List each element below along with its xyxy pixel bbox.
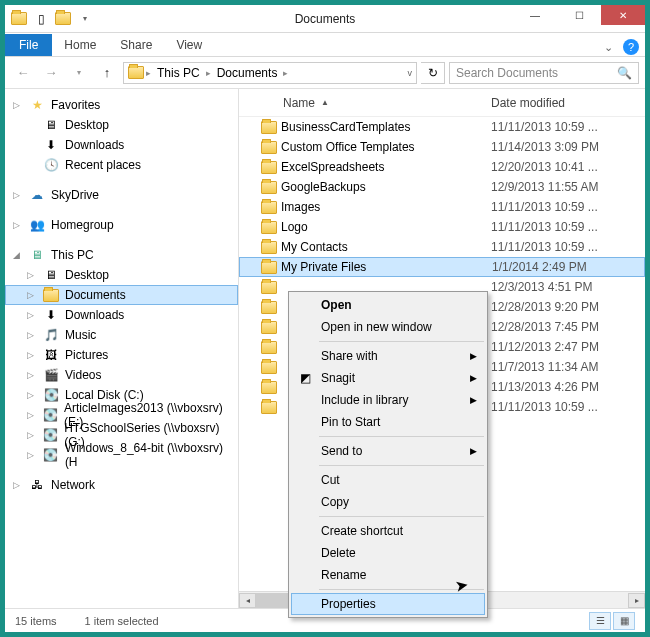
column-date[interactable]: Date modified <box>485 96 645 110</box>
qat-dropdown-icon[interactable]: ▾ <box>75 9 95 29</box>
view-details-button[interactable]: ☰ <box>589 612 611 630</box>
nav-desktop[interactable]: 🖥Desktop <box>5 115 238 135</box>
maximize-button[interactable]: ☐ <box>557 5 601 25</box>
crumb-documents[interactable]: Documents <box>213 66 282 80</box>
qat-properties-icon[interactable]: ▯ <box>31 9 51 29</box>
file-date: 11/13/2013 4:26 PM <box>485 380 645 394</box>
folder-app-icon <box>9 9 29 29</box>
netdrive-icon: 💽 <box>43 427 59 443</box>
nav-pc-hdrive[interactable]: ▷💽Windows_8_64-bit (\\vboxsrv) (H <box>5 445 238 465</box>
nav-pc-pictures[interactable]: ▷🖼Pictures <box>5 345 238 365</box>
folder-icon <box>261 381 277 394</box>
cm-pin-start[interactable]: Pin to Start <box>291 411 485 433</box>
crumb-thispc[interactable]: This PC <box>153 66 204 80</box>
nav-pc-documents[interactable]: ▷Documents <box>5 285 238 305</box>
desktop-icon: 🖥 <box>43 267 59 283</box>
cm-create-shortcut[interactable]: Create shortcut <box>291 520 485 542</box>
help-icon[interactable]: ? <box>623 39 639 55</box>
file-name: Images <box>281 200 320 214</box>
cm-cut[interactable]: Cut <box>291 469 485 491</box>
explorer-window: ▯ ▾ Documents — ☐ ✕ File Home Share View… <box>4 4 646 633</box>
scroll-left-icon[interactable]: ◂ <box>239 593 256 608</box>
file-name: Custom Office Templates <box>281 140 415 154</box>
nav-recent[interactable]: 🕓Recent places <box>5 155 238 175</box>
up-button[interactable]: ↑ <box>95 61 119 85</box>
file-row[interactable]: Images11/11/2013 10:59 ... <box>239 197 645 217</box>
file-date: 11/11/2013 10:59 ... <box>485 240 645 254</box>
search-box[interactable]: Search Documents 🔍 <box>449 62 639 84</box>
navigation-pane[interactable]: ▷★Favorites 🖥Desktop ⬇Downloads 🕓Recent … <box>5 89 239 608</box>
nav-pc-downloads[interactable]: ▷⬇Downloads <box>5 305 238 325</box>
close-button[interactable]: ✕ <box>601 5 645 25</box>
file-row[interactable]: My Contacts11/11/2013 10:59 ... <box>239 237 645 257</box>
tab-home[interactable]: Home <box>52 34 108 56</box>
download-icon: ⬇ <box>43 137 59 153</box>
file-date: 11/14/2013 3:09 PM <box>485 140 645 154</box>
file-row[interactable]: GoogleBackups12/9/2013 11:55 AM <box>239 177 645 197</box>
file-date: 12/9/2013 11:55 AM <box>485 180 645 194</box>
cm-separator <box>319 465 484 466</box>
file-row[interactable]: ExcelSpreadsheets12/20/2013 10:41 ... <box>239 157 645 177</box>
nav-network[interactable]: ▷🖧Network <box>5 475 238 495</box>
nav-thispc[interactable]: ◢🖥This PC <box>5 245 238 265</box>
expand-ribbon-icon[interactable]: ⌄ <box>599 38 617 56</box>
nav-homegroup[interactable]: ▷👥Homegroup <box>5 215 238 235</box>
cm-delete[interactable]: Delete <box>291 542 485 564</box>
file-row[interactable]: Logo11/11/2013 10:59 ... <box>239 217 645 237</box>
file-name: ExcelSpreadsheets <box>281 160 384 174</box>
file-row[interactable]: BusinessCardTemplates11/11/2013 10:59 ..… <box>239 117 645 137</box>
nav-favorites[interactable]: ▷★Favorites <box>5 95 238 115</box>
file-name: My Contacts <box>281 240 348 254</box>
file-row[interactable]: My Private Files1/1/2014 2:49 PM <box>239 257 645 277</box>
file-date: 12/28/2013 7:45 PM <box>485 320 645 334</box>
pc-icon: 🖥 <box>29 247 45 263</box>
folder-icon <box>261 281 277 294</box>
download-icon: ⬇ <box>43 307 59 323</box>
nav-pc-music[interactable]: ▷🎵Music <box>5 325 238 345</box>
nav-pc-videos[interactable]: ▷🎬Videos <box>5 365 238 385</box>
qat-newfolder-icon[interactable] <box>53 9 73 29</box>
cm-separator <box>319 516 484 517</box>
cm-open-new-window[interactable]: Open in new window <box>291 316 485 338</box>
folder-icon <box>261 201 277 214</box>
file-row[interactable]: Custom Office Templates11/14/2013 3:09 P… <box>239 137 645 157</box>
cm-copy[interactable]: Copy <box>291 491 485 513</box>
nav-skydrive[interactable]: ▷☁SkyDrive <box>5 185 238 205</box>
folder-icon <box>261 221 277 234</box>
cm-open[interactable]: Open <box>291 294 485 316</box>
cm-properties[interactable]: Properties <box>291 593 485 615</box>
view-large-button[interactable]: ▦ <box>613 612 635 630</box>
column-name[interactable]: Name▲ <box>239 96 485 110</box>
cm-snagit[interactable]: ◩Snagit▶ <box>291 367 485 389</box>
tab-share[interactable]: Share <box>108 34 164 56</box>
submenu-arrow-icon: ▶ <box>470 446 477 456</box>
folder-icon <box>261 301 277 314</box>
folder-icon <box>261 241 277 254</box>
drive-icon: 💽 <box>43 387 59 403</box>
back-button[interactable]: ← <box>11 61 35 85</box>
file-name: BusinessCardTemplates <box>281 120 410 134</box>
recent-dropdown[interactable]: ▾ <box>67 61 91 85</box>
nav-pc-desktop[interactable]: ▷🖥Desktop <box>5 265 238 285</box>
cm-share-with[interactable]: Share with▶ <box>291 345 485 367</box>
breadcrumb-dropdown-icon[interactable]: v <box>408 68 413 78</box>
minimize-button[interactable]: — <box>513 5 557 25</box>
video-icon: 🎬 <box>43 367 59 383</box>
file-date: 11/7/2013 11:34 AM <box>485 360 645 374</box>
forward-button[interactable]: → <box>39 61 63 85</box>
address-bar: ← → ▾ ↑ ▸ This PC ▸ Documents ▸ v ↻ Sear… <box>5 57 645 89</box>
titlebar: ▯ ▾ Documents — ☐ ✕ <box>5 5 645 33</box>
tab-view[interactable]: View <box>164 34 214 56</box>
file-date: 1/1/2014 2:49 PM <box>486 260 644 274</box>
cloud-icon: ☁ <box>29 187 45 203</box>
cm-send-to[interactable]: Send to▶ <box>291 440 485 462</box>
file-name: My Private Files <box>281 260 366 274</box>
file-date: 12/28/2013 9:20 PM <box>485 300 645 314</box>
breadcrumb[interactable]: ▸ This PC ▸ Documents ▸ v <box>123 62 417 84</box>
refresh-button[interactable]: ↻ <box>421 62 445 84</box>
folder-icon <box>261 321 277 334</box>
file-tab[interactable]: File <box>5 34 52 56</box>
scroll-right-icon[interactable]: ▸ <box>628 593 645 608</box>
cm-include-library[interactable]: Include in library▶ <box>291 389 485 411</box>
nav-downloads[interactable]: ⬇Downloads <box>5 135 238 155</box>
